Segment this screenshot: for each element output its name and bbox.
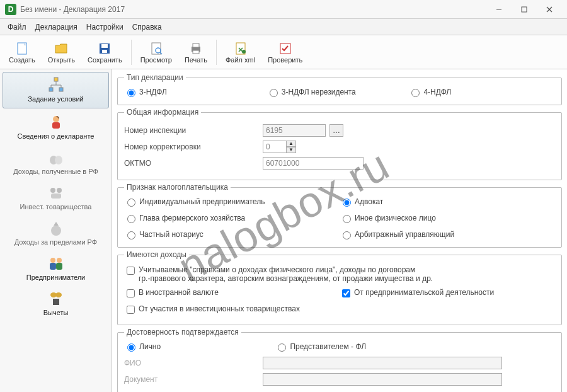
inspection-label: Номер инспекции — [124, 126, 263, 135]
window-title: Без имени - Декларация 2017 — [20, 5, 486, 14]
toolbar-create-button[interactable]: Создать — [3, 38, 42, 66]
toolbar: Создать Открыть Сохранить Просмотр Печат… — [0, 35, 567, 69]
maximize-icon — [521, 6, 527, 13]
check-income-certificates[interactable]: Учитываемые "справками о доходах физичес… — [124, 265, 555, 283]
sidebar-item-invest[interactable]: Инвест. товарищества — [0, 180, 112, 216]
inspection-input[interactable] — [263, 124, 326, 137]
radio-3ndfl-nonres[interactable]: 3-НДФЛ нерезидента — [266, 86, 409, 98]
inspection-lookup-button[interactable]: … — [329, 124, 343, 137]
sidebar-item-conditions[interactable]: Задание условий — [3, 72, 109, 108]
svg-rect-15 — [193, 50, 199, 54]
radio-representative[interactable]: Представителем - ФЛ — [275, 340, 533, 353]
minimize-icon — [496, 6, 502, 13]
check-icon — [278, 41, 293, 56]
sidebar-item-income-abroad[interactable]: Доходы за пределами РФ — [0, 216, 112, 251]
taxpayer-legend: Признак налогоплательщика — [124, 183, 231, 192]
correction-label: Номер корректировки — [124, 142, 263, 151]
radio-farm-head[interactable]: Глава фермерского хозяйства — [124, 212, 340, 224]
toolbar-check-button[interactable]: Проверить — [261, 38, 309, 66]
radio-farm-input[interactable] — [127, 215, 135, 223]
window-titlebar: D Без имени - Декларация 2017 — [0, 0, 567, 19]
radio-ie-label: Индивидуальный предприниматель — [139, 197, 265, 206]
check-entr-input[interactable] — [342, 289, 350, 297]
radio-3ndfl-label: 3-НДФЛ — [139, 88, 167, 96]
decl-type-legend: Тип декларации — [124, 73, 186, 82]
radio-private-notary[interactable]: Частный нотариус — [124, 228, 340, 241]
menu-declaration[interactable]: Декларация — [35, 23, 77, 32]
sidebar-item-income-rf[interactable]: Доходы, полученные в РФ — [0, 145, 112, 180]
radio-3ndfl[interactable]: 3-НДФЛ — [124, 86, 266, 98]
sidebar-item-declarant[interactable]: Сведения о декларанте — [0, 110, 112, 145]
toolbar-open-button[interactable]: Открыть — [42, 38, 81, 66]
toolbar-xml-button[interactable]: Файл xml — [219, 38, 261, 66]
correction-spin-down[interactable]: ▼ — [286, 147, 296, 153]
content-panel: Тип декларации 3-НДФЛ 3-НДФЛ нерезидента… — [112, 69, 567, 392]
people-group-icon — [47, 255, 65, 272]
window-minimize-button[interactable] — [486, 1, 512, 18]
sidebar-item-deductions[interactable]: Вычеты — [0, 286, 112, 321]
check-invest-label: От участия в инвестиционных товарищества… — [139, 304, 300, 313]
doc-input[interactable] — [263, 373, 502, 386]
sidebar-item-entrepreneurs[interactable]: Предприниматели — [0, 251, 112, 286]
sidebar-declarant-label: Сведения о декларанте — [18, 132, 94, 140]
toolbar-print-button[interactable]: Печать — [178, 38, 214, 66]
fio-input[interactable] — [263, 357, 502, 369]
oktmo-input[interactable] — [263, 157, 364, 170]
radio-notary-input[interactable] — [127, 231, 135, 239]
svg-point-33 — [51, 226, 61, 236]
radio-personally[interactable]: Лично — [124, 340, 275, 353]
window-maximize-button[interactable] — [512, 1, 537, 18]
radio-other-label: Иное физическое лицо — [355, 214, 436, 222]
svg-rect-40 — [53, 299, 59, 305]
check-entrepreneurial[interactable]: От предпринимательской деятельности — [340, 288, 555, 299]
sidebar-entrepreneurs-label: Предприниматели — [26, 274, 85, 281]
correction-input[interactable] — [263, 141, 287, 153]
radio-personally-input[interactable] — [127, 343, 135, 352]
check-income-cert-text: Учитываемые "справками о доходах физичес… — [139, 265, 433, 283]
radio-3ndfl-nonres-input[interactable] — [270, 89, 278, 97]
decl-type-group: Тип декларации 3-НДФЛ 3-НДФЛ нерезидента… — [117, 73, 562, 105]
money-bag-icon — [47, 219, 65, 237]
money-bags-icon — [47, 149, 65, 166]
radio-other-individual[interactable]: Иное физическое лицо — [340, 212, 555, 224]
general-info-legend: Общая информация — [124, 108, 201, 117]
toolbar-check-label: Проверить — [268, 56, 302, 64]
check-investment-partnerships[interactable]: От участия в инвестиционных товарищества… — [124, 304, 555, 316]
radio-other-input[interactable] — [343, 215, 351, 223]
correction-spin-up[interactable]: ▲ — [286, 141, 296, 147]
radio-arbitration-manager[interactable]: Арбитражный управляющий — [340, 228, 555, 241]
svg-point-39 — [55, 292, 62, 297]
oktmo-label: ОКТМО — [124, 159, 263, 168]
doc-label: Документ — [124, 375, 263, 384]
sidebar-income-abroad-label: Доходы за пределами РФ — [14, 238, 97, 246]
svg-rect-20 — [49, 88, 53, 91]
toolbar-preview-label: Просмотр — [140, 56, 172, 64]
check-foreign-currency[interactable]: В иностранной валюте — [124, 288, 340, 299]
check-income-cert-l2: гр.-правового характера, авторским возна… — [139, 274, 433, 283]
toolbar-separator — [216, 40, 217, 65]
window-close-button[interactable] — [537, 1, 562, 18]
radio-ie-input[interactable] — [127, 199, 135, 207]
radio-arb-input[interactable] — [343, 231, 351, 239]
radio-4ndfl[interactable]: 4-НДФЛ — [408, 86, 551, 98]
sidebar-deductions-label: Вычеты — [43, 309, 69, 316]
radio-3ndfl-input[interactable] — [127, 89, 135, 97]
preview-icon — [149, 41, 164, 56]
radio-lawyer-input[interactable] — [343, 199, 351, 207]
toolbar-print-label: Печать — [185, 56, 207, 64]
radio-individual-entrepreneur[interactable]: Индивидуальный предприниматель — [124, 195, 340, 208]
radio-lawyer[interactable]: Адвокат — [340, 195, 555, 208]
menu-settings[interactable]: Настройки — [86, 23, 123, 32]
check-foreign-input[interactable] — [127, 289, 135, 297]
toolbar-preview-button[interactable]: Просмотр — [134, 38, 178, 66]
radio-4ndfl-input[interactable] — [411, 89, 420, 97]
menu-file[interactable]: Файл — [8, 23, 26, 32]
check-income-cert-input[interactable] — [127, 267, 135, 275]
check-invest-input[interactable] — [127, 306, 135, 314]
radio-rep-input[interactable] — [278, 343, 286, 352]
toolbar-save-button[interactable]: Сохранить — [81, 38, 129, 66]
general-info-group: Общая информация Номер инспекции … Номер… — [117, 108, 562, 180]
radio-3ndfl-nonres-label: 3-НДФЛ нерезидента — [282, 88, 356, 96]
menu-help[interactable]: Справка — [132, 23, 162, 32]
svg-rect-21 — [59, 88, 63, 91]
